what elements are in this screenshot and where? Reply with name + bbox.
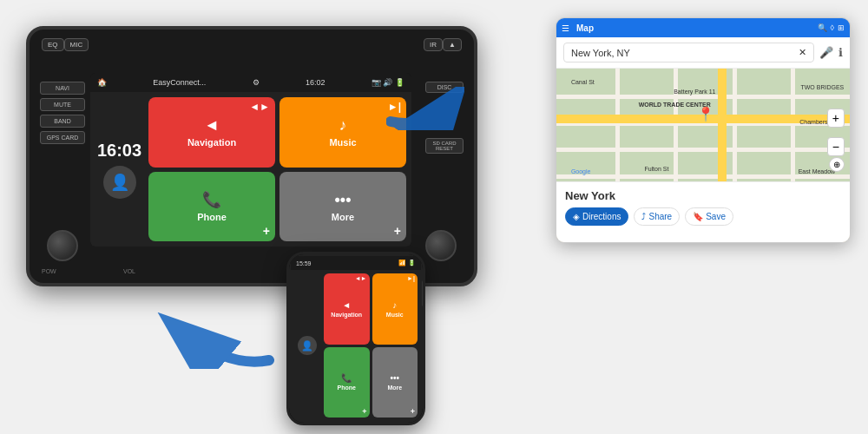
phone-left: 👤 <box>294 273 320 418</box>
phone-phone-label: Phone <box>338 385 356 391</box>
map-search-text: New York, NY <box>571 48 630 58</box>
map-info-icon[interactable]: ℹ <box>838 46 843 59</box>
directions-icon: ◈ <box>573 212 580 221</box>
road-h4 <box>556 174 850 179</box>
phone-status-icons: 📶 🔋 <box>398 260 416 266</box>
mute-button[interactable]: MUTE <box>40 98 85 111</box>
eq-button[interactable]: EQ <box>42 38 64 51</box>
save-button[interactable]: 🔖 Save <box>685 207 733 226</box>
phone-phone-icon: 📞 <box>341 373 352 383</box>
phone-label: Phone <box>197 212 227 222</box>
band-button[interactable]: BAND <box>40 115 85 128</box>
navi-button[interactable]: NAVI <box>40 82 85 95</box>
screen-statusbar: 🏠 EasyConnect... ⚙ 16:02 📷 🔊 🔋 <box>90 73 411 92</box>
map-header: New York, NY ✕ 🎤 ℹ <box>556 37 850 69</box>
phone-icon: 📞 <box>202 190 221 209</box>
mic-button[interactable]: MIC <box>64 38 89 51</box>
phone-nav-tile[interactable]: ◄► ◄ Navigation <box>324 273 370 345</box>
directions-button[interactable]: ◈ Directions <box>565 207 628 226</box>
app-name: EasyConnect... <box>153 78 206 87</box>
phone-more-icon: ••• <box>390 373 399 383</box>
map-title: Map <box>576 23 814 33</box>
ir-button[interactable]: IR <box>424 38 443 51</box>
settings-icon[interactable]: ⚙ <box>253 78 260 87</box>
car-time: 16:03 <box>97 141 141 161</box>
music-icon: ♪ <box>339 116 347 135</box>
phone-nav-label: Navigation <box>331 312 362 318</box>
phone-more-label: More <box>387 385 402 391</box>
home-icon[interactable]: 🏠 <box>97 78 107 87</box>
nav-extra-icon: ◄► <box>249 101 270 113</box>
app-grid: ◄► ◄ Navigation ►| ♪ Music 📞 Phone + <box>148 97 406 241</box>
arrow-car-to-map <box>386 87 464 130</box>
map-clear-icon[interactable]: ✕ <box>799 47 806 58</box>
menu-icon[interactable]: ☰ <box>562 23 569 33</box>
map-toolbar: ☰ Map 🔍 ◊ ⊞ <box>556 18 850 37</box>
canal-st-label: Canal St <box>571 79 595 85</box>
car-unit: EQ MIC IR ▲ NAVI MUTE BAND GPS CARD DISC… <box>26 26 477 286</box>
map-footer: New York ◈ Directions ⤴ Share 🔖 Save <box>556 181 850 242</box>
screen-content: 16:03 👤 ◄► ◄ Navigation ►| ♪ Music <box>90 92 411 247</box>
phone-plus-icon: + <box>362 407 366 416</box>
car-side-buttons: NAVI MUTE BAND GPS CARD <box>40 82 85 144</box>
east-meadow-label: East Meadow <box>799 168 835 174</box>
screen-left: 16:03 👤 <box>95 97 143 241</box>
phone-unit: 15:59 📶 🔋 👤 ◄► ◄ Navigation ►| ♪ Music <box>286 252 425 425</box>
map-toolbar-route-icon[interactable]: ◊ <box>831 23 834 32</box>
music-label: Music <box>329 137 356 148</box>
nav-label: Navigation <box>187 137 236 148</box>
avatar[interactable]: 👤 <box>103 166 136 199</box>
map-actions: ◈ Directions ⤴ Share 🔖 Save <box>565 207 841 226</box>
share-label: Share <box>648 212 672 221</box>
phone-more-tile[interactable]: ••• More + <box>372 347 418 418</box>
phone-time: 15:59 <box>296 260 312 266</box>
phone-tile[interactable]: 📞 Phone + <box>148 172 275 242</box>
phone-avatar[interactable]: 👤 <box>298 336 317 355</box>
map-zoom-out[interactable]: − <box>827 137 845 156</box>
phone-music-icon: ♪ <box>392 300 397 310</box>
gps-button[interactable]: GPS CARD <box>40 131 85 144</box>
sd-reset-button[interactable]: SD CARD RESET <box>425 138 464 154</box>
phone-app-grid: ◄► ◄ Navigation ►| ♪ Music 📞 Phone + •••… <box>324 273 418 418</box>
status-icons: 📷 🔊 🔋 <box>372 78 404 87</box>
phone-content: 👤 ◄► ◄ Navigation ►| ♪ Music 📞 Phone + <box>291 270 421 421</box>
more-icon: ••• <box>335 191 352 209</box>
more-label: More <box>332 212 354 222</box>
save-label: Save <box>706 212 726 221</box>
road-h3 <box>556 148 850 152</box>
phone-power-button[interactable] <box>422 280 425 306</box>
map-location-icon[interactable]: ⊕ <box>829 157 845 172</box>
map-toolbar-buttons: 🔍 ◊ ⊞ <box>818 23 845 32</box>
map-search-box[interactable]: New York, NY ✕ <box>563 43 814 62</box>
vol-label: VOL <box>123 268 135 274</box>
more-tile[interactable]: ••• More + <box>279 172 406 242</box>
save-icon: 🔖 <box>693 212 703 221</box>
nav-tile[interactable]: ◄► ◄ Navigation <box>148 97 275 168</box>
phone-more-plus-icon: + <box>411 407 415 416</box>
phone-music-tile[interactable]: ►| ♪ Music <box>372 273 418 345</box>
share-icon: ⤴ <box>641 212 646 221</box>
share-button[interactable]: ⤴ Share <box>634 207 680 226</box>
more-plus-icon: + <box>394 224 401 238</box>
volume-knob[interactable] <box>425 230 457 261</box>
phone-music-label: Music <box>386 312 404 318</box>
map-toolbar-search-icon[interactable]: 🔍 <box>818 23 827 32</box>
map-pin[interactable]: 📍 <box>697 106 714 122</box>
phone-music-extra-icon: ►| <box>407 275 415 281</box>
phone-phone-tile[interactable]: 📞 Phone + <box>324 347 370 418</box>
nav-icon: ◄ <box>204 116 220 135</box>
car-top-buttons: EQ MIC IR ▲ <box>38 38 465 51</box>
map-zoom-in[interactable]: + <box>827 108 845 128</box>
road-h1 <box>556 95 850 99</box>
power-knob[interactable] <box>47 230 78 261</box>
eject-button[interactable]: ▲ <box>443 38 462 51</box>
phone-nav-extra-icon: ◄► <box>355 275 367 281</box>
phone-screen: 15:59 📶 🔋 👤 ◄► ◄ Navigation ►| ♪ Music <box>289 254 423 423</box>
status-time: 16:02 <box>306 78 326 87</box>
map-toolbar-layers-icon[interactable]: ⊞ <box>838 23 845 32</box>
map-voice-icon[interactable]: 🎤 <box>819 46 833 59</box>
arrow-phone-to-car <box>156 308 278 369</box>
directions-label: Directions <box>582 212 621 221</box>
fulton-label: Fulton St <box>644 166 668 172</box>
two-bridges-label: TWO BRIDGES <box>800 84 844 90</box>
